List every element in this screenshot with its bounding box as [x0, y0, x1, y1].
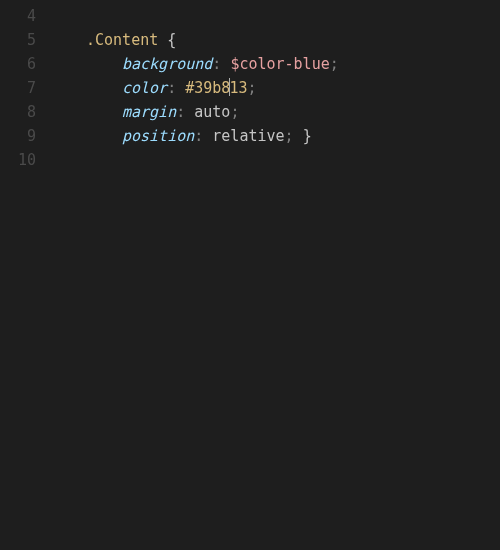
colon: :: [212, 55, 221, 73]
code-area[interactable]: .Content {background: $color-blue;color:…: [50, 0, 500, 550]
css-property: margin: [122, 103, 176, 121]
semicolon: ;: [285, 127, 294, 145]
code-line[interactable]: color: #39b813;: [50, 76, 500, 100]
line-number: 10: [0, 148, 36, 172]
css-property: position: [122, 127, 194, 145]
css-value: $color-blue: [230, 55, 329, 73]
code-line[interactable]: .Content {: [50, 28, 500, 52]
css-property: color: [122, 79, 167, 97]
code-line[interactable]: [50, 148, 500, 172]
semicolon: ;: [230, 103, 239, 121]
line-number: 5: [0, 28, 36, 52]
css-value: auto: [194, 103, 230, 121]
code-editor[interactable]: 45678910 .Content {background: $color-bl…: [0, 0, 500, 550]
line-number: 6: [0, 52, 36, 76]
code-line[interactable]: background: $color-blue;: [50, 52, 500, 76]
brace-close: }: [303, 127, 312, 145]
code-line[interactable]: position: relative; }: [50, 124, 500, 148]
line-number: 4: [0, 4, 36, 28]
line-number: 9: [0, 124, 36, 148]
line-number-gutter: 45678910: [0, 0, 50, 550]
semicolon: ;: [247, 79, 256, 97]
code-line[interactable]: [50, 4, 500, 28]
colon: :: [167, 79, 176, 97]
line-number: 8: [0, 100, 36, 124]
brace-open: {: [167, 31, 176, 49]
code-line[interactable]: margin: auto;: [50, 100, 500, 124]
colon: :: [194, 127, 203, 145]
line-number: 7: [0, 76, 36, 100]
css-selector: .Content: [86, 31, 158, 49]
css-value: #39b8: [185, 79, 230, 97]
css-property: background: [122, 55, 212, 73]
css-value: relative: [212, 127, 284, 145]
colon: :: [176, 103, 185, 121]
semicolon: ;: [330, 55, 339, 73]
